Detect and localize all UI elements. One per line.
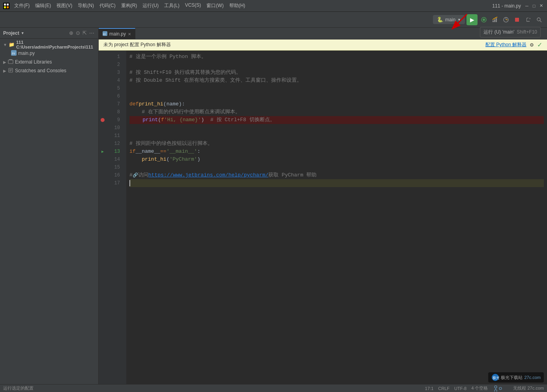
svg-point-26 <box>495 386 497 388</box>
kw-if: if <box>129 148 136 156</box>
gutter-15 <box>99 163 107 171</box>
maximize-button[interactable]: □ <box>531 3 537 9</box>
menu-navigate[interactable]: 导航(N) <box>75 2 96 10</box>
str-main: '__main__' <box>167 148 197 156</box>
svg-rect-8 <box>493 21 494 22</box>
git-branch <box>493 385 508 392</box>
gutter-13: ▶ <box>99 148 107 156</box>
menu-code[interactable]: 代码(C) <box>97 2 118 10</box>
minimize-button[interactable]: ─ <box>524 3 530 9</box>
menu-tools[interactable]: 工具(L) <box>162 2 182 10</box>
svg-rect-2 <box>7 4 9 6</box>
tree-item-mainpy[interactable]: py main.py <box>0 49 98 58</box>
profile-button[interactable] <box>501 15 511 24</box>
gutter-17 <box>99 179 107 187</box>
menu-window[interactable]: 窗口(W) <box>204 2 226 10</box>
emoji-16: 🔗 <box>133 171 138 179</box>
code-line-14: print_hi('PyCharm') <box>129 156 544 163</box>
watermark-text: 无线程 27c.com <box>513 385 544 391</box>
linenum-6: 6 <box>107 92 123 100</box>
paren-open: ( <box>158 116 161 124</box>
run-button[interactable]: ▶ <box>466 14 478 25</box>
search-everywhere-button[interactable] <box>534 15 544 24</box>
gutter-9 <box>99 116 107 124</box>
code-line-1: # 这是一个示例 Python 脚本。 <box>129 53 544 61</box>
code-line-8: # 在下面的代码行中使用断点来调试脚本。 <box>129 108 544 116</box>
new-item-button[interactable]: ⊕ <box>68 29 74 37</box>
step-over-button[interactable] <box>523 15 533 24</box>
link-16[interactable]: https://www.jetbrains.com/help/pycharm/ <box>148 171 268 179</box>
tree-item-scratches[interactable]: ▶ Scratches and Consoles <box>0 66 98 75</box>
linenum-17: 17 <box>107 179 123 187</box>
dropdown-icon: ▼ <box>457 18 461 22</box>
svg-rect-19 <box>9 59 12 60</box>
configure-interpreter-link[interactable]: 配置 Python 解释器 <box>485 41 526 48</box>
code-line-3: # 按 Shift+F10 执行或将其替换为您的代码。 <box>129 69 544 77</box>
warning-text: 未为 project 配置 Python 解释器 <box>103 41 171 48</box>
tab-close-button[interactable]: ✕ <box>128 32 131 36</box>
kw-eq: == <box>160 148 167 156</box>
fstr-content: 'Hi, {name}' <box>164 116 201 124</box>
tooltip-text: 运行 (U) 'main' <box>483 29 514 36</box>
paren-14b: ) <box>197 156 200 163</box>
expand-arrow-scratch: ▶ <box>3 69 6 73</box>
watermark-url: 27c.com <box>524 375 541 380</box>
menu-refactor[interactable]: 重构(R) <box>119 2 140 10</box>
run-configuration-selector[interactable]: 🐍 main ▼ <box>433 15 465 24</box>
collapse-all-button[interactable]: ⇱ <box>82 29 88 37</box>
code-line-11 <box>129 132 544 140</box>
svg-rect-12 <box>515 18 519 22</box>
linenum-13: 13 <box>107 148 123 156</box>
scroll-to-file-button[interactable]: ⊙ <box>75 29 81 37</box>
code-text-1: # 这是一个示例 Python 脚本。 <box>129 53 206 61</box>
menu-file[interactable]: 文件(F) <box>12 2 32 10</box>
tab-mainpy[interactable]: py main.py ✕ <box>99 28 135 39</box>
linenum-11: 11 <box>107 132 123 140</box>
comment-16-suf: 获取 PyCharm 帮助 <box>268 171 317 179</box>
menu-vcs[interactable]: VCS(S) <box>183 2 204 10</box>
menu-run[interactable]: 运行(U) <box>140 2 161 10</box>
titlebar-left: 文件(F) 编辑(E) 视图(V) 导航(N) 代码(C) 重构(R) 运行(U… <box>3 2 247 10</box>
debug-button[interactable] <box>479 15 489 24</box>
file-icon: py <box>11 50 17 57</box>
coverage-button[interactable] <box>490 15 500 24</box>
statusbar-left: 运行选定的配置 <box>3 385 34 391</box>
line-ending: CRLF <box>438 386 450 391</box>
main-layout: Project ▼ ⊕ ⊙ ⇱ ⋯ ▼ 📁 111 C:\Users\admin… <box>0 28 547 384</box>
code-text-4: # 按 Double Shift 在所有地方搜索类、文件、工具窗口、操作和设置。 <box>129 77 302 84</box>
menu-view[interactable]: 视图(V) <box>54 2 75 10</box>
run-config-icon: 🐍 <box>437 17 443 23</box>
code-line-4: # 按 Double Shift 在所有地方搜索类、文件、工具窗口、操作和设置。 <box>129 77 544 84</box>
svg-rect-4 <box>7 6 9 8</box>
gutter-7 <box>99 100 107 108</box>
linenum-9: 9 <box>107 116 123 124</box>
toolbar-right: 🐍 main ▼ ▶ 运行 (U) 'main' Shift+F10 <box>433 14 544 25</box>
svg-point-7 <box>483 19 485 21</box>
watermark: 极光 极光下载站 27c.com <box>488 372 544 383</box>
code-line-10 <box>129 124 544 132</box>
comment-16-mid: 访问 <box>138 171 148 179</box>
code-line-7: def print_hi(name): <box>129 100 544 108</box>
svg-point-14 <box>537 18 540 21</box>
mainpy-label: main.py <box>18 51 35 56</box>
code-text-3: # 按 Shift+F10 执行或将其替换为您的代码。 <box>129 69 241 77</box>
sidebar-header: Project ▼ ⊕ ⊙ ⇱ ⋯ <box>0 28 98 39</box>
tree-item-root[interactable]: ▼ 📁 111 C:\Users\admin\PycharmProjects\1… <box>0 40 98 49</box>
gutter-16 <box>99 171 107 179</box>
close-button[interactable]: ✕ <box>538 3 544 9</box>
menu-edit[interactable]: 编辑(E) <box>33 2 53 10</box>
code-content[interactable]: # 这是一个示例 Python 脚本。 # 按 Shift+F10 执行或将其替… <box>126 51 547 384</box>
expand-arrow: ▼ <box>3 43 7 47</box>
stop-button[interactable] <box>512 15 522 24</box>
code-line-17[interactable] <box>129 179 544 187</box>
settings-button[interactable]: ⋯ <box>88 29 95 37</box>
menu-help[interactable]: 帮助(H) <box>227 2 248 10</box>
run-icon: ▶ <box>470 17 474 23</box>
extlibs-label: External Libraries <box>15 59 52 65</box>
warning-settings-icon[interactable]: ⚙ <box>530 42 534 48</box>
code-editor[interactable]: ▶ 1 2 3 4 5 6 7 8 9 10 11 12 <box>99 51 547 384</box>
charset: UTF-8 <box>454 386 466 391</box>
gutter-5 <box>99 84 107 92</box>
toolbar: 🐍 main ▼ ▶ 运行 (U) 'main' Shift+F10 <box>0 12 547 28</box>
tree-item-extlibs[interactable]: ▶ External Libraries <box>0 58 98 66</box>
